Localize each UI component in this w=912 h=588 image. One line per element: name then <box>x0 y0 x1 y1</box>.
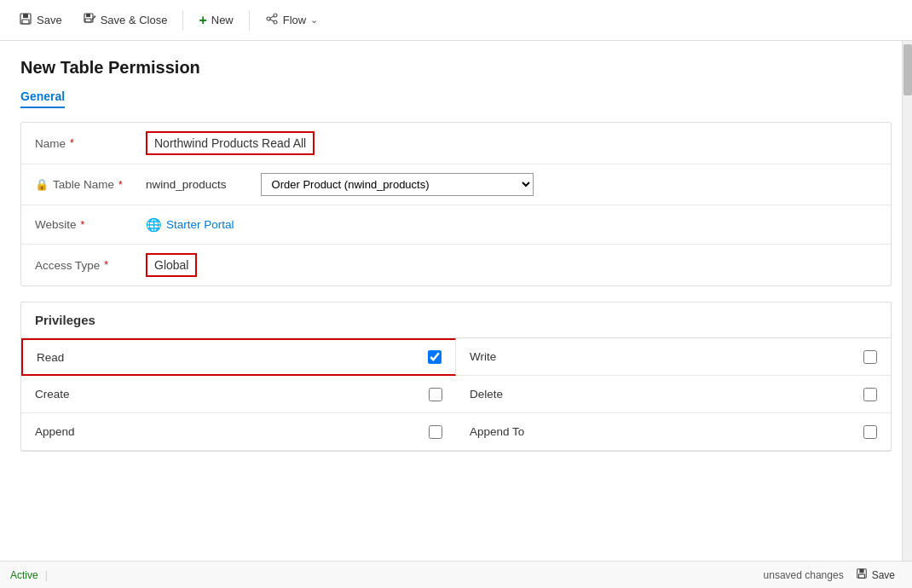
append-label: Append <box>35 425 429 438</box>
general-form-card: Name * Northwind Products Read All 🔒 Tab… <box>20 122 892 286</box>
read-label: Read <box>37 351 428 364</box>
access-type-label: Access Type * <box>35 259 146 272</box>
scrollbar-thumb[interactable] <box>903 44 912 95</box>
table-name-text: nwind_products <box>146 178 227 191</box>
table-name-row: 🔒 Table Name * nwind_products Order Prod… <box>21 164 891 205</box>
svg-rect-2 <box>22 20 29 24</box>
website-row: Website * 🌐 Starter Portal <box>21 205 891 245</box>
access-type-row: Access Type * Global <box>21 245 891 285</box>
svg-rect-5 <box>85 19 91 22</box>
save-close-button[interactable]: Save & Close <box>74 8 176 32</box>
svg-point-6 <box>267 17 270 20</box>
general-tab[interactable]: General <box>20 89 65 108</box>
status-separator: | <box>45 569 48 581</box>
toolbar-separator-2 <box>249 10 250 31</box>
write-privilege-row: Write <box>456 338 891 376</box>
status-save-icon <box>856 568 868 582</box>
svg-rect-4 <box>86 14 90 17</box>
toolbar: Save Save & Close + New Flow ⌄ <box>0 0 912 41</box>
table-name-value-wrapper: nwind_products Order Product (nwind_prod… <box>146 173 877 196</box>
access-type-box[interactable]: Global <box>146 253 197 277</box>
append-checkbox[interactable] <box>429 425 442 439</box>
flow-button[interactable]: Flow ⌄ <box>257 8 326 32</box>
page-wrapper: Save Save & Close + New Flow ⌄ New Table… <box>0 0 912 588</box>
create-checkbox[interactable] <box>429 388 442 401</box>
flow-chevron-icon: ⌄ <box>310 14 318 26</box>
new-icon: + <box>199 13 206 28</box>
website-link-text: Starter Portal <box>166 218 234 231</box>
website-label: Website * <box>35 218 146 231</box>
main-content: New Table Permission General Name * Nort… <box>0 41 912 561</box>
website-link[interactable]: 🌐 Starter Portal <box>146 217 877 233</box>
toolbar-separator <box>182 10 183 31</box>
name-input-box[interactable]: Northwind Products Read All <box>146 131 315 155</box>
status-active: Active <box>10 569 38 581</box>
status-right: unsaved changes Save <box>764 566 902 584</box>
save-label: Save <box>37 14 62 26</box>
status-left: Active | <box>10 569 48 581</box>
svg-rect-1 <box>23 14 28 18</box>
status-bar: Active | unsaved changes Save <box>0 561 912 588</box>
name-required: * <box>70 137 74 149</box>
name-value-wrapper: Northwind Products Read All <box>146 131 877 155</box>
lock-icon: 🔒 <box>35 178 49 191</box>
append-to-label: Append To <box>470 425 863 438</box>
write-checkbox[interactable] <box>863 350 877 364</box>
privileges-card: Privileges Read Write Create <box>20 302 892 452</box>
new-button[interactable]: + New <box>190 9 241 32</box>
write-label: Write <box>470 350 863 363</box>
read-privilege-row: Read <box>21 338 456 376</box>
save-close-icon <box>83 12 96 28</box>
append-to-privilege-row: Append To <box>456 413 891 451</box>
name-row: Name * Northwind Products Read All <box>21 123 891 164</box>
website-required: * <box>81 219 85 231</box>
svg-point-8 <box>274 20 277 24</box>
save-button[interactable]: Save <box>10 8 71 32</box>
delete-label: Delete <box>470 388 863 401</box>
access-type-value-wrapper: Global <box>146 253 877 277</box>
append-privilege-row: Append <box>21 413 456 451</box>
globe-icon: 🌐 <box>146 217 162 233</box>
create-privilege-row: Create <box>21 376 456 413</box>
table-required: * <box>118 179 123 191</box>
page-title: New Table Permission <box>20 58 892 78</box>
website-value-wrapper: 🌐 Starter Portal <box>146 217 877 233</box>
svg-point-7 <box>274 14 277 17</box>
svg-rect-11 <box>858 574 864 578</box>
read-checkbox[interactable] <box>428 350 442 364</box>
privileges-grid: Read Write Create Delete <box>21 338 891 451</box>
table-name-dropdown[interactable]: Order Product (nwind_products) <box>261 173 534 196</box>
new-label: New <box>211 14 234 26</box>
save-close-label: Save & Close <box>101 14 168 26</box>
privileges-header: Privileges <box>21 303 891 338</box>
status-save-label: Save <box>872 569 895 581</box>
status-save-button[interactable]: Save <box>849 566 902 584</box>
name-label: Name * <box>35 137 146 150</box>
scrollbar[interactable] <box>902 41 912 561</box>
flow-icon <box>265 12 279 28</box>
append-to-checkbox[interactable] <box>863 425 877 439</box>
unsaved-changes-text: unsaved changes <box>764 569 844 581</box>
svg-rect-10 <box>859 569 863 573</box>
delete-checkbox[interactable] <box>863 388 877 401</box>
delete-privilege-row: Delete <box>456 376 891 413</box>
save-icon <box>19 12 32 28</box>
access-required: * <box>104 259 108 271</box>
table-name-label: 🔒 Table Name * <box>35 178 146 191</box>
flow-label: Flow <box>283 14 306 26</box>
create-label: Create <box>35 388 429 401</box>
